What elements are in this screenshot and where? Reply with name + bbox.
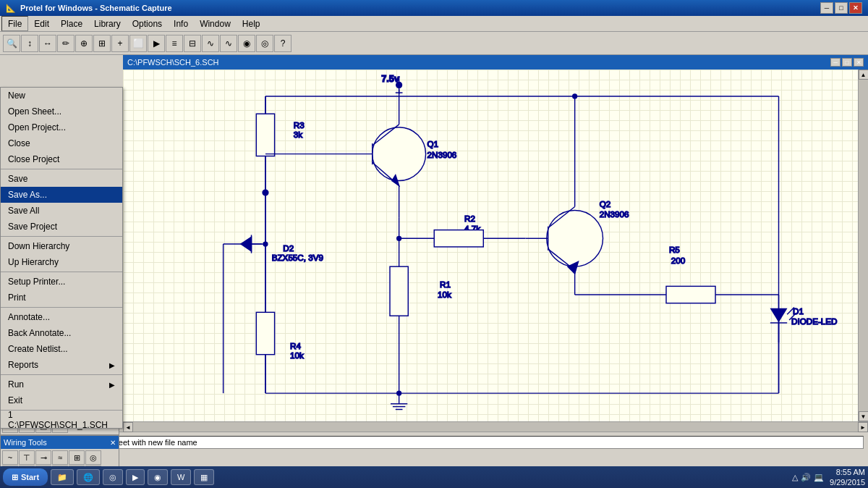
menu-place[interactable]: Place [55,16,88,31]
tool-btn-9[interactable]: ▶ [148,35,165,52]
menu-window[interactable]: Window [194,16,237,31]
menu-close-project[interactable]: Close Project [1,151,122,167]
tool-btn-11[interactable]: ⊟ [184,35,201,52]
menu-run[interactable]: Run ▶ [1,376,122,392]
schematic-area: C:\PFWSCH\SCH_6.SCH ─ □ ✕ 7. [123,55,868,432]
menu-back-annotate[interactable]: Back Annotate... [1,325,122,341]
clock-time: 8:55 AM [830,467,865,477]
tool-btn-6[interactable]: ⊞ [93,35,111,52]
schematic-title-bar: C:\PFWSCH\SCH_6.SCH ─ □ ✕ [123,55,868,70]
app-icon: 📐 [6,4,16,13]
taskbar-word[interactable]: W [171,469,191,485]
wire-tool-1[interactable]: ~ [2,450,18,465]
tool-btn-5[interactable]: ⊕ [75,35,93,52]
menu-save-all[interactable]: Save All [1,203,122,219]
menu-help[interactable]: Help [237,16,266,31]
tool-btn-2[interactable]: ↕ [21,35,38,52]
taskbar-media[interactable]: ▶ [126,469,145,485]
menu-create-netlist[interactable]: Create Netlist... [1,341,122,357]
scroll-left-button[interactable]: ◄ [123,422,133,432]
scroll-track[interactable] [859,80,869,411]
scroll-bar-right: ▲ ▼ [858,70,868,421]
menu-close[interactable]: Close [1,135,122,151]
maximize-button[interactable]: □ [835,2,848,14]
reports-arrow: ▶ [109,361,115,369]
wiring-tools-header: Wiring Tools ✕ [1,436,119,449]
menu-open-sheet[interactable]: Open Sheet... [1,104,122,119]
svg-marker-75 [771,308,786,321]
taskbar-ball[interactable]: ◉ [148,469,168,485]
taskbar-explorer[interactable]: 📁 [51,469,74,485]
menu-options[interactable]: Options [127,16,168,31]
scroll-right-button[interactable]: ► [858,422,868,432]
minimize-button[interactable]: ─ [820,2,833,14]
wire-tool-6[interactable]: ◎ [85,450,101,465]
wire-tool-3[interactable]: ⊸ [35,450,51,465]
svg-text:R3: R3 [294,120,305,130]
menu-down-hierarchy[interactable]: Down Hierarchy [1,238,122,254]
separator-1 [1,169,122,169]
svg-point-56 [547,210,603,266]
sch-maximize[interactable]: □ [842,58,852,67]
svg-text:Q2: Q2 [600,199,611,209]
taskbar: ⊞ Start 📁 🌐 ◎ ▶ ◉ W ▦ △ 🔊 💻 8:55 AM 9/29… [0,466,868,488]
svg-text:2N3906: 2N3906 [427,150,457,159]
taskbar-calc[interactable]: ▦ [194,469,214,485]
svg-rect-33 [256,312,274,354]
tool-btn-4[interactable]: ✏ [57,35,75,52]
menu-open-project[interactable]: Open Project... [1,119,122,135]
svg-text:R5: R5 [669,245,680,254]
menu-info[interactable]: Info [168,16,194,31]
menu-edit[interactable]: Edit [28,16,55,31]
status-bar: Save current schematic worksheet with ne… [0,432,868,452]
menu-file[interactable]: File [1,16,28,31]
title-bar-left: 📐 Protel for Windows - Schematic Capture [6,4,172,13]
menu-reports[interactable]: Reports ▶ [1,357,122,373]
menu-save-project[interactable]: Save Project [1,219,122,235]
menu-exit[interactable]: Exit [1,392,122,408]
tool-btn-13[interactable]: ∿ [220,35,237,52]
tool-btn-7[interactable]: + [111,35,129,52]
tool-btn-10[interactable]: ≡ [166,35,183,52]
menu-up-hierarchy[interactable]: Up Hierarchy [1,254,122,270]
menu-new[interactable]: New [1,88,122,104]
tool-btn-12[interactable]: ∿ [202,35,219,52]
tool-btn-16[interactable]: ? [274,35,292,52]
menu-annotate[interactable]: Annotate... [1,309,122,325]
scroll-up-button[interactable]: ▲ [859,70,869,80]
sch-minimize[interactable]: ─ [830,58,841,67]
scroll-down-button[interactable]: ▼ [859,411,869,421]
menu-recent-file[interactable]: 1 C:\PFWSCH\SCH_1.SCH [1,412,122,428]
wire-tool-2[interactable]: ⊤ [19,450,35,465]
svg-point-43 [263,242,268,246]
tool-btn-1[interactable]: 🔍 [3,35,20,52]
start-button[interactable]: ⊞ Start [3,468,48,486]
wire-tool-4[interactable]: ≈ [52,450,68,465]
close-button[interactable]: ✕ [849,2,862,14]
tool-btn-8[interactable]: ⬜ [129,35,147,52]
word-icon: W [177,473,184,481]
ie-icon: 🌐 [83,473,93,482]
wiring-tools-close[interactable]: ✕ [110,439,116,447]
menu-setup-printer[interactable]: Setup Printer... [1,274,122,290]
svg-text:2N3906: 2N3906 [600,209,629,219]
menu-save[interactable]: Save [1,171,122,187]
svg-text:D2: D2 [283,243,294,253]
scroll-horizontal-track[interactable] [133,422,858,432]
menu-print[interactable]: Print [1,290,122,306]
taskbar-ie[interactable]: 🌐 [77,469,100,485]
sch-close[interactable]: ✕ [854,58,864,67]
tool-btn-14[interactable]: ◉ [238,35,255,52]
circuit-svg: 7.5v [123,70,858,421]
system-clock[interactable]: 8:55 AM 9/29/2015 [830,467,865,488]
tool-btn-15[interactable]: ◎ [256,35,273,52]
run-arrow: ▶ [109,381,115,389]
menu-save-as[interactable]: Save As... [1,187,122,203]
schematic-canvas[interactable]: 7.5v [123,70,858,421]
svg-text:R4: R4 [290,341,301,350]
tool-btn-3[interactable]: ↔ [39,35,56,52]
menu-library[interactable]: Library [88,16,127,31]
tray-icon-3: 💻 [814,473,824,482]
wire-tool-5[interactable]: ⊞ [69,450,85,465]
taskbar-chrome[interactable]: ◎ [103,469,123,485]
